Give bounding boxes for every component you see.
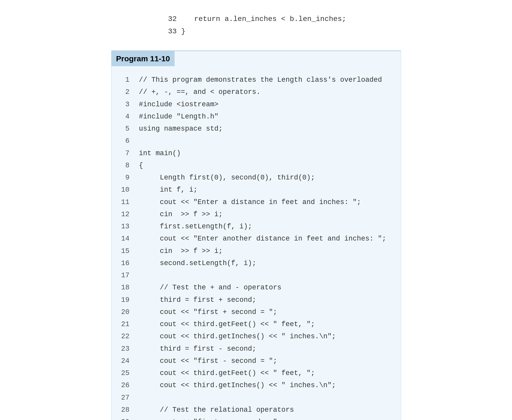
code-line-6: 6 (119, 135, 393, 147)
line-content-28: // Test the relational operators (135, 404, 294, 416)
line-content-13: first.setLength(f, i); (135, 221, 252, 233)
line-num-19: 19 (119, 294, 135, 306)
code-line-14: 14 cout << "Enter another distance in fe… (119, 233, 393, 245)
code-line-20: 20 cout << "first + second = "; (119, 306, 393, 318)
code-line-21: 21 cout << third.getFeet() << " feet, "; (119, 318, 393, 331)
code-block: 1 // This program demonstrates the Lengt… (112, 66, 401, 420)
line-num-4: 4 (119, 111, 135, 123)
line-num-10: 10 (119, 184, 135, 196)
code-line-7: 7 int main() (119, 147, 393, 160)
code-line-22: 22 cout << third.getInches() << " inches… (119, 331, 393, 343)
top-line-32: 32 return a.len_inches < b.len_inches; (168, 13, 401, 25)
line-content-11: cout << "Enter a distance in feet and in… (135, 196, 361, 208)
line-content-6 (135, 135, 139, 147)
code-line-8: 8 { (119, 160, 393, 172)
line-content-3: #include <iostream> (135, 99, 219, 111)
code-line-9: 9 Length first(0), second(0), third(0); (119, 172, 393, 184)
line-num-11: 11 (119, 196, 135, 208)
line-content-21: cout << third.getFeet() << " feet, "; (135, 318, 315, 331)
line-num-17: 17 (119, 269, 135, 282)
line-content-15: cin >> f >> i; (135, 245, 223, 257)
line-num-16: 16 (119, 257, 135, 269)
line-num-20: 20 (119, 306, 135, 318)
line-content-8: { (135, 160, 143, 172)
code-line-29: 29 cout << "first == second = "; (119, 416, 393, 420)
line-content-12: cin >> f >> i; (135, 208, 223, 221)
line-num-22: 22 (119, 331, 135, 343)
line-content-20: cout << "first + second = "; (135, 306, 277, 318)
code-line-26: 26 cout << third.getInches() << " inches… (119, 379, 393, 392)
code-line-13: 13 first.setLength(f, i); (119, 221, 393, 233)
line-num-24: 24 (119, 355, 135, 367)
code-line-1: 1 // This program demonstrates the Lengt… (119, 74, 393, 86)
line-num-15: 15 (119, 245, 135, 257)
program-box: Program 11-10 1 // This program demonstr… (111, 50, 401, 420)
code-line-23: 23 third = first - second; (119, 343, 393, 355)
code-line-25: 25 cout << third.getFeet() << " feet, "; (119, 367, 393, 379)
line-num-12: 12 (119, 208, 135, 221)
line-num-18: 18 (119, 282, 135, 294)
top-code-snippet: 32 return a.len_inches < b.len_inches; 3… (111, 10, 401, 48)
code-line-12: 12 cin >> f >> i; (119, 208, 393, 221)
line-content-1: // This program demonstrates the Length … (135, 74, 382, 86)
line-num-5: 5 (119, 123, 135, 135)
line-num-21: 21 (119, 318, 135, 331)
code-line-24: 24 cout << "first - second = "; (119, 355, 393, 367)
line-num-27: 27 (119, 392, 135, 404)
line-content-18: // Test the + and - operators (135, 282, 281, 294)
line-num-7: 7 (119, 147, 135, 160)
line-num-26: 26 (119, 379, 135, 392)
line-num-28: 28 (119, 404, 135, 416)
line-num-9: 9 (119, 172, 135, 184)
line-content-7: int main() (135, 147, 181, 160)
line-content-24: cout << "first - second = "; (135, 355, 277, 367)
code-line-4: 4 #include "Length.h" (119, 111, 393, 123)
line-num-14: 14 (119, 233, 135, 245)
line-content-14: cout << "Enter another distance in feet … (135, 233, 386, 245)
line-content-22: cout << third.getInches() << " inches.\n… (135, 331, 336, 343)
line-content-16: second.setLength(f, i); (135, 257, 256, 269)
code-line-18: 18 // Test the + and - operators (119, 282, 393, 294)
code-line-3: 3 #include <iostream> (119, 99, 393, 111)
line-content-4: #include "Length.h" (135, 111, 219, 123)
line-content-29: cout << "first == second = "; (135, 416, 281, 420)
code-line-17: 17 (119, 269, 393, 282)
code-line-10: 10 int f, i; (119, 184, 393, 196)
code-line-27: 27 (119, 392, 393, 404)
top-line-33: 33 } (168, 25, 401, 38)
program-title-bar: Program 11-10 (112, 51, 175, 66)
line-content-27 (135, 392, 139, 404)
line-num-29: 29 (119, 416, 135, 420)
code-line-28: 28 // Test the relational operators (119, 404, 393, 416)
code-line-15: 15 cin >> f >> i; (119, 245, 393, 257)
line-num-2: 2 (119, 86, 135, 98)
code-line-5: 5 using namespace std; (119, 123, 393, 135)
line-num-3: 3 (119, 99, 135, 111)
line-content-17 (135, 269, 139, 282)
code-line-2: 2 // +, -, ==, and < operators. (119, 86, 393, 98)
line-num-6: 6 (119, 135, 135, 147)
line-content-25: cout << third.getFeet() << " feet, "; (135, 367, 315, 379)
line-num-23: 23 (119, 343, 135, 355)
line-num-13: 13 (119, 221, 135, 233)
program-title-text: Program 11-10 (116, 54, 170, 63)
line-content-19: third = first + second; (135, 294, 256, 306)
code-line-19: 19 third = first + second; (119, 294, 393, 306)
line-num-1: 1 (119, 74, 135, 86)
line-content-5: using namespace std; (135, 123, 223, 135)
code-line-16: 16 second.setLength(f, i); (119, 257, 393, 269)
page-container: 32 return a.len_inches < b.len_inches; 3… (101, 5, 411, 420)
line-num-25: 25 (119, 367, 135, 379)
line-content-2: // +, -, ==, and < operators. (135, 86, 261, 98)
code-line-11: 11 cout << "Enter a distance in feet and… (119, 196, 393, 208)
line-content-26: cout << third.getInches() << " inches.\n… (135, 379, 336, 392)
line-content-10: int f, i; (135, 184, 198, 196)
line-content-9: Length first(0), second(0), third(0); (135, 172, 315, 184)
line-content-23: third = first - second; (135, 343, 256, 355)
line-num-8: 8 (119, 160, 135, 172)
